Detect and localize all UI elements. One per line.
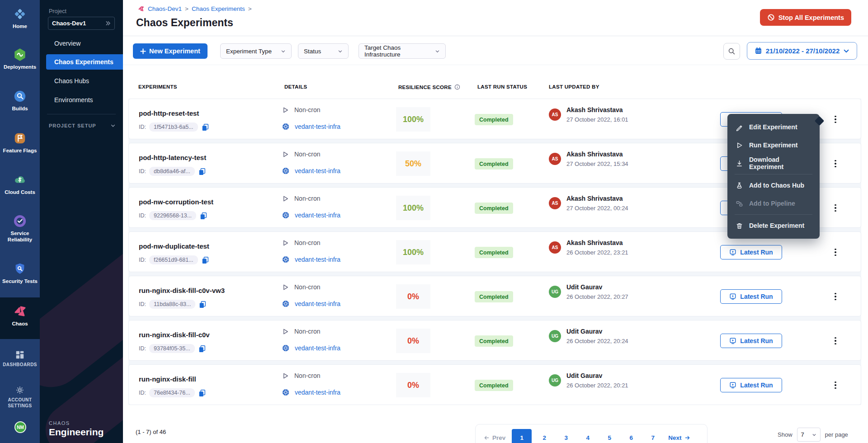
kubernetes-icon: [282, 123, 289, 130]
nav-feature-flags[interactable]: Feature Flags: [0, 132, 40, 154]
copy-icon[interactable]: [201, 123, 209, 131]
column-header-details: DETAILS: [284, 84, 307, 90]
user-avatar[interactable]: NM: [14, 421, 26, 433]
latest-run-button[interactable]: Latest Run: [720, 245, 782, 259]
kebab-menu-icon[interactable]: [830, 290, 840, 303]
infrastructure-link[interactable]: vedant-test-infra: [295, 344, 340, 352]
experiment-name[interactable]: run-nginx-disk-fill: [139, 375, 196, 383]
menu-item-add-to-chaos-hub[interactable]: Add to Chaos Hub: [727, 176, 820, 194]
id-label: ID:: [139, 301, 146, 307]
nav-chaos-active-block: Chaos: [0, 297, 40, 339]
infrastructure-link[interactable]: vedant-test-infra: [295, 256, 340, 263]
breadcrumb-project[interactable]: Chaos-Dev1: [148, 5, 182, 12]
nav-security-tests[interactable]: Security Tests: [0, 262, 40, 284]
page-button-2[interactable]: 2: [535, 429, 553, 443]
latest-run-button[interactable]: Latest Run: [720, 378, 782, 392]
infrastructure-link[interactable]: vedant-test-infra: [295, 300, 340, 307]
project-sidebar: Project Chaos-Dev1 Overview Chaos Experi…: [40, 0, 123, 443]
target-infrastructure-dropdown[interactable]: Target Chaos Infrastructure: [359, 43, 446, 59]
infrastructure-link[interactable]: vedant-test-infra: [295, 167, 340, 174]
main-content: Chaos-Dev1 > Chaos Experiments > Chaos E…: [123, 0, 868, 443]
latest-run-button[interactable]: Latest Run: [720, 334, 782, 348]
page-button-4[interactable]: 4: [579, 429, 597, 443]
avatar: UG: [549, 286, 561, 298]
project-selector[interactable]: Chaos-Dev1: [48, 17, 115, 30]
kebab-menu-icon[interactable]: [830, 201, 840, 215]
breadcrumb-page[interactable]: Chaos Experiments: [192, 5, 245, 12]
latest-run-button[interactable]: Latest Run: [720, 289, 782, 304]
status-badge: Completed: [475, 291, 513, 302]
copy-icon[interactable]: [198, 389, 206, 397]
copy-icon[interactable]: [198, 300, 207, 308]
experiment-name[interactable]: pod-http-reset-test: [139, 109, 199, 117]
nav-cloud-costs[interactable]: Cloud Costs: [0, 173, 40, 195]
copy-icon[interactable]: [198, 344, 206, 353]
stop-all-experiments-button[interactable]: Stop All Experiments: [760, 9, 851, 26]
nav-service-reliability[interactable]: Service Reliability: [0, 214, 40, 243]
nav-deployments[interactable]: Deployments: [0, 48, 40, 70]
status-dropdown[interactable]: Status: [298, 43, 349, 59]
search-button[interactable]: [723, 43, 740, 60]
experiment-id: 92296568-13...: [149, 211, 196, 220]
kebab-menu-icon[interactable]: [830, 113, 840, 126]
date-range-picker[interactable]: 21/10/2022 - 27/10/2022: [747, 42, 857, 60]
id-label: ID:: [139, 345, 146, 352]
copy-icon[interactable]: [201, 256, 209, 264]
nav-home[interactable]: Home: [0, 7, 40, 29]
experiment-row: run-nginx-disk-fill ID:76e8f434-76... No…: [128, 364, 861, 405]
experiment-name[interactable]: run-nginx-disk-fill-c0v-vw3: [139, 287, 225, 294]
kebab-menu-icon[interactable]: [830, 378, 840, 392]
experiment-name[interactable]: pod-http-latency-test: [139, 154, 206, 161]
menu-item-delete-experiment[interactable]: Delete Experiment: [727, 217, 820, 235]
play-icon: [282, 151, 289, 158]
status-badge: Completed: [475, 380, 513, 391]
kebab-menu-icon[interactable]: [830, 157, 840, 170]
kebab-menu-icon[interactable]: [830, 334, 840, 348]
prev-page-button[interactable]: Prev: [484, 434, 505, 441]
menu-item-edit-experiment[interactable]: Edit Experiment: [727, 118, 820, 136]
infrastructure-link[interactable]: vedant-test-infra: [295, 389, 340, 396]
experiment-name[interactable]: pod-nw-duplicate-test: [139, 242, 209, 250]
menu-item-run-experiment[interactable]: Run Experiment: [727, 136, 820, 154]
nav-builds[interactable]: Builds: [0, 90, 40, 112]
avatar: AS: [549, 108, 561, 121]
copy-icon[interactable]: [198, 167, 206, 175]
experiment-type-dropdown[interactable]: Experiment Type: [220, 43, 292, 59]
status-badge: Completed: [475, 114, 513, 125]
sidebar-item-chaos-hubs[interactable]: Chaos Hubs: [40, 73, 123, 89]
cloud-costs-icon: [13, 173, 27, 187]
info-icon[interactable]: [454, 84, 460, 90]
infrastructure-link[interactable]: vedant-test-infra: [295, 123, 340, 130]
infrastructure-link[interactable]: vedant-test-infra: [295, 212, 340, 219]
sidebar-item-overview[interactable]: Overview: [40, 36, 123, 51]
experiment-id: 93784f05-35...: [149, 344, 195, 353]
nav-cloud-costs-label: Cloud Costs: [5, 189, 35, 195]
experiment-name[interactable]: pod-nw-corruption-test: [139, 198, 213, 206]
id-label: ID:: [139, 390, 146, 396]
nav-account-settings[interactable]: ACCOUNT SETTINGS: [0, 385, 40, 409]
page-button-1[interactable]: 1: [512, 429, 532, 443]
project-name: Chaos-Dev1: [52, 20, 86, 27]
download-icon: [736, 160, 743, 167]
menu-item-download-experiment[interactable]: Download Experiment: [727, 154, 820, 172]
page-button-7[interactable]: 7: [644, 429, 662, 443]
page-button-3[interactable]: 3: [557, 429, 575, 443]
pagination: Prev 1 2 3 4 5 6 7 Next: [475, 424, 708, 443]
next-page-button[interactable]: Next: [668, 434, 690, 441]
kubernetes-icon: [282, 256, 289, 263]
dashboards-icon: [15, 350, 25, 360]
new-experiment-button[interactable]: New Experiment: [133, 43, 208, 59]
page-button-6[interactable]: 6: [622, 429, 640, 443]
per-page-select[interactable]: 7: [797, 428, 821, 442]
sidebar-item-chaos-experiments[interactable]: Chaos Experiments: [46, 54, 123, 70]
sidebar-item-environments[interactable]: Environments: [40, 92, 123, 108]
breadcrumb: Chaos-Dev1 > Chaos Experiments >: [137, 5, 252, 12]
nav-dashboards[interactable]: DASHBOARDS: [0, 350, 40, 368]
experiment-name[interactable]: run-nginx-disk-fill-c0v: [139, 331, 210, 339]
page-button-5[interactable]: 5: [600, 429, 618, 443]
kebab-menu-icon[interactable]: [830, 245, 840, 259]
nav-chaos[interactable]: Chaos: [0, 304, 40, 327]
project-setup-toggle[interactable]: PROJECT SETUP: [49, 123, 116, 128]
copy-icon[interactable]: [199, 212, 208, 220]
builds-icon: [13, 90, 27, 103]
